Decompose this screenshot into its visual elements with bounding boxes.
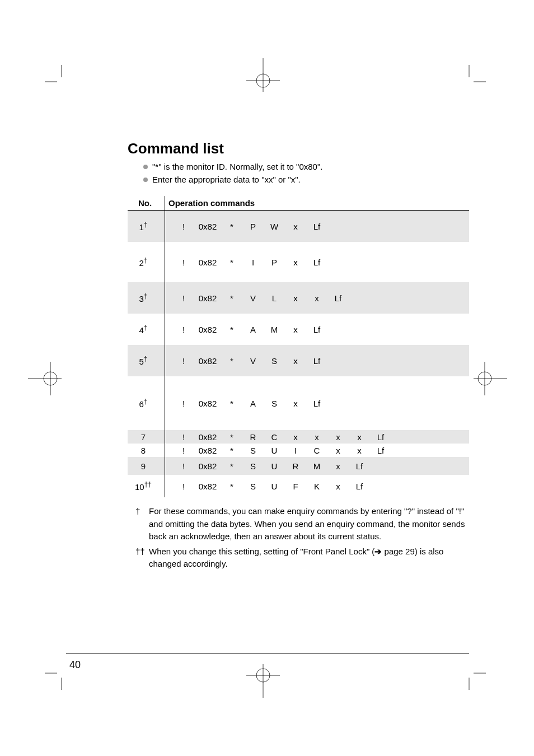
bullet-text: Enter the appropriate data to "xx" or "x… [152,175,301,184]
code-token: ! [173,325,194,334]
cropmark-bottom-center [241,653,285,698]
code-token: 0x82 [194,482,221,491]
code-token: x [285,356,306,366]
bullet-item: Enter the appropriate data to "xx" or "x… [143,174,469,186]
code-token: ! [173,432,194,442]
code-token: Lf [370,432,391,442]
row-number: 5† [128,345,165,376]
code-token: Lf [306,325,327,334]
code-token: 0x82 [194,258,221,267]
code-token: 0x82 [194,356,221,366]
bullet-text: "*" is the monitor ID. Normally, set it … [152,162,322,171]
code-token: 0x82 [194,293,221,303]
code-token: x [327,446,349,455]
code-token: ! [173,258,194,267]
table-row: 9!0x82*SURMxLf [128,457,469,475]
code-token: ! [173,482,194,491]
dagger-mark: † [144,292,148,300]
code-token: M [264,325,285,334]
code-token: A [242,399,264,408]
code-token: x [285,293,306,303]
code-token: U [264,461,285,471]
footnote-mark: † [135,505,140,518]
code-token: Lf [349,482,370,491]
row-number: 2† [128,242,165,282]
code-token: S [264,399,285,408]
code-token: M [306,461,327,471]
code-token: * [221,258,242,267]
row-codes: !0x82*SUICxxLf [165,444,470,457]
table-row: 6†!0x82*ASxLf [128,376,469,430]
footnote-text: For these commands, you can make enquiry… [149,506,465,541]
row-codes: !0x82*SURMxLf [165,457,470,475]
code-token: U [264,482,285,491]
row-codes: !0x82*RCxxxxLf [165,430,470,444]
bullet-list: "*" is the monitor ID. Normally, set it … [143,161,469,186]
page-number: 40 [69,659,81,671]
table-row: 8!0x82*SUICxxLf [128,444,469,457]
code-token: C [264,432,285,442]
code-token: 0x82 [194,432,221,442]
row-codes: !0x82*SUFKxLf [165,475,470,497]
code-token: x [327,432,349,442]
code-token: V [242,356,264,366]
code-token: 0x82 [194,446,221,455]
code-token: K [306,482,327,491]
code-token: * [221,222,242,231]
table-row: 4†!0x82*AMxLf [128,314,469,345]
arrow-icon: ➔ [374,547,382,556]
dagger-mark: † [144,355,148,363]
code-token: 0x82 [194,325,221,334]
row-codes: !0x82*IPxLf [165,242,470,282]
code-token: x [285,222,306,231]
page-footer-rule [66,654,469,654]
code-token: C [306,446,327,455]
code-token: x [349,432,370,442]
cropmark-bottom-right [452,656,486,690]
col-header-no: No. [128,196,165,211]
dagger-mark: †† [144,480,152,488]
code-token: ! [173,446,194,455]
footnote: †† When you change this setting, setting… [135,545,469,571]
table-row: 1†!0x82*PWxLf [128,211,469,242]
code-token: * [221,293,242,303]
code-token: * [221,432,242,442]
code-token: F [285,482,306,491]
code-token: Lf [306,222,327,231]
code-token: * [221,356,242,366]
command-table-wrap: No. Operation commands 1†!0x82*PWxLf2†!0… [128,196,469,497]
row-number: 6† [128,376,165,430]
code-token: L [264,293,285,303]
code-token: * [221,325,242,334]
code-token: Lf [306,258,327,267]
code-token: Lf [327,293,349,303]
code-token: 0x82 [194,222,221,231]
code-token: R [242,432,264,442]
code-token: x [285,325,306,334]
code-token: R [285,461,306,471]
code-token: x [327,482,349,491]
code-token: S [242,482,264,491]
code-token: P [264,258,285,267]
row-number: 7 [128,430,165,444]
row-number: 8 [128,444,165,457]
row-number: 1† [128,211,165,242]
row-codes: !0x82*PWxLf [165,211,470,242]
code-token: Lf [370,446,391,455]
row-number: 4† [128,314,165,345]
bullet-item: "*" is the monitor ID. Normally, set it … [143,161,469,174]
code-token: x [349,446,370,455]
code-token: ! [173,293,194,303]
page-content: Command list "*" is the monitor ID. Norm… [128,140,469,573]
row-codes: !0x82*AMxLf [165,314,470,345]
code-token: P [242,222,264,231]
dagger-mark: † [144,324,148,332]
col-header-op: Operation commands [165,196,470,211]
code-token: * [221,446,242,455]
code-token: S [242,461,264,471]
code-token: A [242,325,264,334]
code-token: x [285,432,306,442]
code-token: S [264,356,285,366]
code-token: I [285,446,306,455]
code-token: x [285,399,306,408]
